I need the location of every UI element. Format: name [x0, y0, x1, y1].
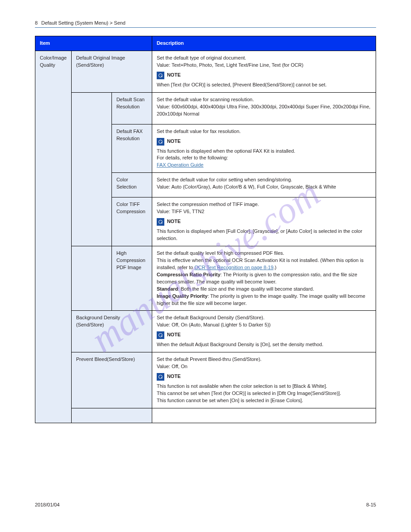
- note-body-b: For details, refer to the following:: [157, 154, 371, 162]
- note-icon: [157, 373, 164, 381]
- page-footer: 2018/01/04 8-15: [35, 502, 376, 507]
- desc-value: Value: Off, On: [157, 363, 371, 370]
- empty-desc: [152, 408, 376, 423]
- note-label: NOTE: [167, 72, 181, 77]
- cell-desc: Set the default Background Density (Send…: [152, 311, 376, 352]
- item-prevent-bleed: Prevent Bleed(Send/Store): [71, 352, 152, 408]
- cell-desc: Set the default quality level for high c…: [152, 246, 376, 311]
- cell-desc: Set the default Prevent Bleed-thru (Send…: [152, 352, 376, 408]
- item-high-compression-pdf: High Compression PDF Image: [111, 246, 152, 311]
- cell-desc: Select the default value for color setti…: [152, 173, 376, 197]
- value-line-1: Compression Ratio Priority: The Priority…: [157, 271, 371, 286]
- header-desc: Description: [152, 36, 376, 51]
- table-row: Prevent Bleed(Send/Store) Set the defaul…: [35, 352, 376, 408]
- val2-txt: : Both the file size and the image quali…: [178, 286, 314, 292]
- desc-body-a: Set the default quality level for high c…: [157, 250, 371, 257]
- note-icon: [157, 218, 164, 226]
- footer-page: 8-15: [366, 502, 376, 507]
- divider: [35, 27, 376, 28]
- note-icon: [157, 331, 164, 339]
- chapter-no: 8: [35, 20, 38, 26]
- note-body: This function is displayed when [Full Co…: [157, 228, 371, 242]
- desc-body: Select the compression method of TIFF im…: [157, 201, 371, 208]
- desc-value: Value: TIFF V6, TTN2: [157, 208, 371, 215]
- desc-body: Set the default Prevent Bleed-thru (Send…: [157, 356, 371, 363]
- note-label: NOTE: [167, 219, 181, 224]
- val1-lbl: Compression Ratio Priority: [157, 272, 220, 277]
- table-row: [35, 408, 376, 423]
- table-row: Background Density (Send/Store) Set the …: [35, 311, 376, 352]
- cell-desc: Select the compression method of TIFF im…: [152, 197, 376, 246]
- chapter-title: Default Setting (System Menu): [41, 20, 108, 26]
- note-body: When [Text (for OCR)] is selected, [Prev…: [157, 82, 371, 89]
- desc-body: Select the default value for color setti…: [157, 176, 371, 184]
- subgroup-spacer: [71, 92, 111, 246]
- text-post: .): [274, 265, 277, 270]
- item-default-fax-resolution: Default FAX Resolution: [111, 124, 152, 173]
- item-default-scan-resolution: Default Scan Resolution: [111, 92, 152, 124]
- empty-row: [71, 408, 152, 423]
- section-title: Send: [114, 20, 126, 26]
- value-line-2: Standard: Both the file size and the ima…: [157, 286, 371, 293]
- link-fax-guide[interactable]: FAX Operation Guide: [157, 162, 204, 167]
- desc-body: Set the default value for scanning resol…: [157, 96, 371, 103]
- settings-table: Item Description Color/Image Quality Def…: [35, 36, 376, 423]
- note-icon: [157, 138, 164, 146]
- note-body-c: This function cannot be set when [On] is…: [157, 397, 371, 404]
- desc-value: Value: 600x600dpi, 400x400dpi Ultra Fine…: [157, 103, 371, 118]
- desc-body: Set the default Background Density (Send…: [157, 314, 371, 322]
- table-header: Item Description: [35, 36, 376, 51]
- desc-value: Value: Off, On (Auto, Manual (Lighter 5 …: [157, 322, 371, 329]
- value-line-3: Image Quality Priority: The priority is …: [157, 293, 371, 307]
- desc-body-b: This is effective when the optional OCR …: [157, 257, 371, 271]
- desc-body: Set the default type of original documen…: [157, 55, 371, 62]
- item-background-density: Background Density (Send/Store): [71, 311, 152, 352]
- sep: >: [110, 20, 112, 26]
- note-body-a: This function is displayed when the opti…: [157, 148, 371, 155]
- item-color-tiff-compression: Color TIFF Compression: [111, 197, 152, 246]
- desc-value: Value: Auto (Color/Gray), Auto (Color/B …: [157, 184, 371, 191]
- note-label: NOTE: [167, 332, 181, 338]
- breadcrumb: 8 Default Setting (System Menu) > Send: [35, 20, 376, 26]
- cell-desc: Set the default type of original documen…: [152, 51, 376, 92]
- cell-desc: Set the default value for scanning resol…: [152, 92, 376, 124]
- note-body-a: This function is not available when the …: [157, 383, 371, 390]
- header-item: Item: [35, 36, 152, 51]
- note-label: NOTE: [167, 374, 181, 379]
- table-row: Color/Image Quality Default Original Ima…: [35, 51, 376, 92]
- note-label: NOTE: [167, 138, 181, 144]
- note-body-b: This cannot be set when [Text (for OCR)]…: [157, 390, 371, 397]
- desc-body: Set the default value for fax resolution…: [157, 128, 371, 135]
- note-icon: [157, 72, 164, 79]
- footer-date: 2018/01/04: [35, 502, 60, 507]
- item-color-selection: Color Selection: [111, 173, 152, 197]
- group-color-image-quality: Color/Image Quality: [35, 51, 72, 423]
- desc-value: Value: Text+Photo, Photo, Text, Light Te…: [157, 62, 371, 69]
- link-ocr[interactable]: OCR Text Recognition on page 8-19: [194, 265, 274, 270]
- cell-desc: Set the default value for fax resolution…: [152, 124, 376, 173]
- val3-lbl: Image Quality Priority: [157, 293, 208, 299]
- table-row: High Compression PDF Image Set the defau…: [35, 246, 376, 311]
- val2-lbl: Standard: [157, 286, 178, 292]
- table-row: Default Scan Resolution Set the default …: [35, 92, 376, 124]
- subgroup-spacer-2: [71, 246, 111, 311]
- item-default-original-image: Default Original Image (Send/Store): [71, 51, 152, 92]
- note-body: When the default Adjust Background Densi…: [157, 341, 371, 348]
